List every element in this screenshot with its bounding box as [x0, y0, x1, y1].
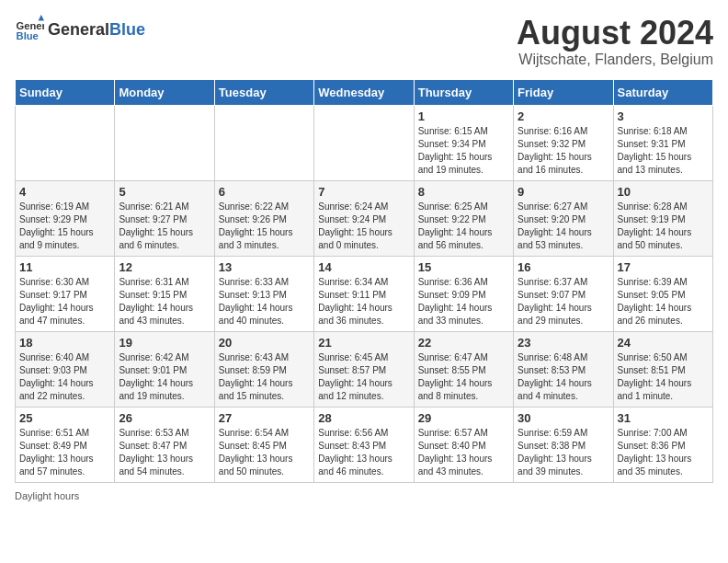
calendar-cell: 13Sunrise: 6:33 AM Sunset: 9:13 PM Dayli… — [214, 256, 313, 331]
svg-text:General: General — [17, 20, 44, 31]
week-row-3: 11Sunrise: 6:30 AM Sunset: 9:17 PM Dayli… — [16, 256, 713, 331]
day-number: 16 — [518, 260, 609, 274]
day-info: Sunrise: 6:59 AM Sunset: 8:38 PM Dayligh… — [518, 427, 609, 478]
day-info: Sunrise: 6:21 AM Sunset: 9:27 PM Dayligh… — [119, 201, 210, 252]
page-subtitle: Wijtschate, Flanders, Belgium — [517, 52, 713, 68]
day-number: 25 — [19, 411, 110, 425]
calendar-cell: 8Sunrise: 6:25 AM Sunset: 9:22 PM Daylig… — [414, 180, 513, 256]
footer: Daylight hours — [15, 490, 713, 501]
day-info: Sunrise: 6:42 AM Sunset: 9:01 PM Dayligh… — [119, 351, 210, 403]
day-info: Sunrise: 6:33 AM Sunset: 9:13 PM Dayligh… — [219, 276, 310, 327]
header-day-thursday: Thursday — [414, 79, 513, 105]
header-day-monday: Monday — [115, 79, 214, 105]
logo: General Blue General Blue — [15, 15, 145, 44]
calendar-cell: 16Sunrise: 6:37 AM Sunset: 9:07 PM Dayli… — [514, 256, 613, 331]
calendar-cell: 29Sunrise: 6:57 AM Sunset: 8:40 PM Dayli… — [414, 407, 513, 482]
day-number: 1 — [418, 109, 509, 123]
day-info: Sunrise: 6:27 AM Sunset: 9:20 PM Dayligh… — [518, 201, 609, 252]
day-number: 28 — [318, 411, 409, 425]
day-number: 23 — [518, 336, 609, 350]
svg-text:Blue: Blue — [17, 30, 39, 41]
day-info: Sunrise: 6:24 AM Sunset: 9:24 PM Dayligh… — [318, 201, 409, 252]
title-area: August 2024 Wijtschate, Flanders, Belgiu… — [517, 15, 713, 68]
calendar-cell: 11Sunrise: 6:30 AM Sunset: 9:17 PM Dayli… — [16, 256, 115, 331]
day-number: 6 — [219, 185, 310, 199]
day-number: 11 — [19, 260, 110, 274]
calendar-cell: 25Sunrise: 6:51 AM Sunset: 8:49 PM Dayli… — [16, 407, 115, 482]
header-day-saturday: Saturday — [613, 79, 712, 105]
day-info: Sunrise: 6:53 AM Sunset: 8:47 PM Dayligh… — [119, 427, 210, 478]
page-title: August 2024 — [517, 15, 713, 52]
day-number: 3 — [618, 109, 709, 123]
calendar-cell: 15Sunrise: 6:36 AM Sunset: 9:09 PM Dayli… — [414, 256, 513, 331]
day-info: Sunrise: 6:31 AM Sunset: 9:15 PM Dayligh… — [119, 276, 210, 327]
day-info: Sunrise: 7:00 AM Sunset: 8:36 PM Dayligh… — [618, 427, 709, 478]
calendar-cell: 21Sunrise: 6:45 AM Sunset: 8:57 PM Dayli… — [314, 331, 414, 407]
day-info: Sunrise: 6:50 AM Sunset: 8:51 PM Dayligh… — [618, 351, 709, 403]
day-info: Sunrise: 6:40 AM Sunset: 9:03 PM Dayligh… — [19, 351, 110, 403]
calendar-cell: 17Sunrise: 6:39 AM Sunset: 9:05 PM Dayli… — [613, 256, 712, 331]
day-number: 26 — [119, 411, 210, 425]
day-info: Sunrise: 6:34 AM Sunset: 9:11 PM Dayligh… — [318, 276, 409, 327]
calendar-cell: 19Sunrise: 6:42 AM Sunset: 9:01 PM Dayli… — [115, 331, 214, 407]
calendar-body: 1Sunrise: 6:15 AM Sunset: 9:34 PM Daylig… — [16, 105, 713, 482]
calendar-cell: 14Sunrise: 6:34 AM Sunset: 9:11 PM Dayli… — [314, 256, 414, 331]
calendar-cell: 22Sunrise: 6:47 AM Sunset: 8:55 PM Dayli… — [414, 331, 513, 407]
day-info: Sunrise: 6:22 AM Sunset: 9:26 PM Dayligh… — [219, 201, 310, 252]
day-number: 12 — [119, 260, 210, 274]
day-number: 20 — [219, 336, 310, 350]
day-info: Sunrise: 6:39 AM Sunset: 9:05 PM Dayligh… — [618, 276, 709, 327]
day-number: 5 — [119, 185, 210, 199]
day-number: 9 — [518, 185, 609, 199]
day-info: Sunrise: 6:30 AM Sunset: 9:17 PM Dayligh… — [19, 276, 110, 327]
calendar-cell: 31Sunrise: 7:00 AM Sunset: 8:36 PM Dayli… — [613, 407, 712, 482]
day-number: 24 — [618, 336, 709, 350]
calendar-cell: 24Sunrise: 6:50 AM Sunset: 8:51 PM Dayli… — [613, 331, 712, 407]
logo-general: General — [48, 20, 109, 40]
calendar-cell: 7Sunrise: 6:24 AM Sunset: 9:24 PM Daylig… — [314, 180, 414, 256]
day-number: 8 — [418, 185, 509, 199]
day-number: 19 — [119, 336, 210, 350]
day-info: Sunrise: 6:43 AM Sunset: 8:59 PM Dayligh… — [219, 351, 310, 403]
calendar-cell: 9Sunrise: 6:27 AM Sunset: 9:20 PM Daylig… — [514, 180, 613, 256]
logo-blue: Blue — [109, 20, 145, 40]
day-info: Sunrise: 6:25 AM Sunset: 9:22 PM Dayligh… — [418, 201, 509, 252]
calendar-cell: 30Sunrise: 6:59 AM Sunset: 8:38 PM Dayli… — [514, 407, 613, 482]
calendar-cell: 1Sunrise: 6:15 AM Sunset: 9:34 PM Daylig… — [414, 105, 513, 180]
day-number: 18 — [19, 336, 110, 350]
calendar-cell: 3Sunrise: 6:18 AM Sunset: 9:31 PM Daylig… — [613, 105, 712, 180]
header-day-wednesday: Wednesday — [314, 79, 414, 105]
day-info: Sunrise: 6:16 AM Sunset: 9:32 PM Dayligh… — [518, 125, 609, 177]
calendar-cell: 6Sunrise: 6:22 AM Sunset: 9:26 PM Daylig… — [214, 180, 313, 256]
day-info: Sunrise: 6:47 AM Sunset: 8:55 PM Dayligh… — [418, 351, 509, 403]
calendar-cell — [115, 105, 214, 180]
calendar-cell: 23Sunrise: 6:48 AM Sunset: 8:53 PM Dayli… — [514, 331, 613, 407]
week-row-1: 1Sunrise: 6:15 AM Sunset: 9:34 PM Daylig… — [16, 105, 713, 180]
week-row-4: 18Sunrise: 6:40 AM Sunset: 9:03 PM Dayli… — [16, 331, 713, 407]
calendar-cell: 20Sunrise: 6:43 AM Sunset: 8:59 PM Dayli… — [214, 331, 313, 407]
day-number: 21 — [318, 336, 409, 350]
day-number: 22 — [418, 336, 509, 350]
calendar-cell: 5Sunrise: 6:21 AM Sunset: 9:27 PM Daylig… — [115, 180, 214, 256]
calendar-header: SundayMondayTuesdayWednesdayThursdayFrid… — [16, 79, 713, 105]
day-number: 15 — [418, 260, 509, 274]
day-info: Sunrise: 6:54 AM Sunset: 8:45 PM Dayligh… — [219, 427, 310, 478]
calendar-cell — [214, 105, 313, 180]
header-day-friday: Friday — [514, 79, 613, 105]
day-info: Sunrise: 6:28 AM Sunset: 9:19 PM Dayligh… — [618, 201, 709, 252]
day-info: Sunrise: 6:36 AM Sunset: 9:09 PM Dayligh… — [418, 276, 509, 327]
calendar-cell: 10Sunrise: 6:28 AM Sunset: 9:19 PM Dayli… — [613, 180, 712, 256]
day-number: 31 — [618, 411, 709, 425]
day-number: 4 — [19, 185, 110, 199]
calendar-cell: 2Sunrise: 6:16 AM Sunset: 9:32 PM Daylig… — [514, 105, 613, 180]
calendar-cell: 28Sunrise: 6:56 AM Sunset: 8:43 PM Dayli… — [314, 407, 414, 482]
day-info: Sunrise: 6:57 AM Sunset: 8:40 PM Dayligh… — [418, 427, 509, 478]
week-row-2: 4Sunrise: 6:19 AM Sunset: 9:29 PM Daylig… — [16, 180, 713, 256]
logo-icon: General Blue — [15, 15, 44, 44]
calendar-cell: 27Sunrise: 6:54 AM Sunset: 8:45 PM Dayli… — [214, 407, 313, 482]
calendar-cell: 4Sunrise: 6:19 AM Sunset: 9:29 PM Daylig… — [16, 180, 115, 256]
day-info: Sunrise: 6:56 AM Sunset: 8:43 PM Dayligh… — [318, 427, 409, 478]
calendar-table: SundayMondayTuesdayWednesdayThursdayFrid… — [15, 79, 713, 483]
page-header: General Blue General Blue August 2024 Wi… — [15, 15, 713, 68]
week-row-5: 25Sunrise: 6:51 AM Sunset: 8:49 PM Dayli… — [16, 407, 713, 482]
